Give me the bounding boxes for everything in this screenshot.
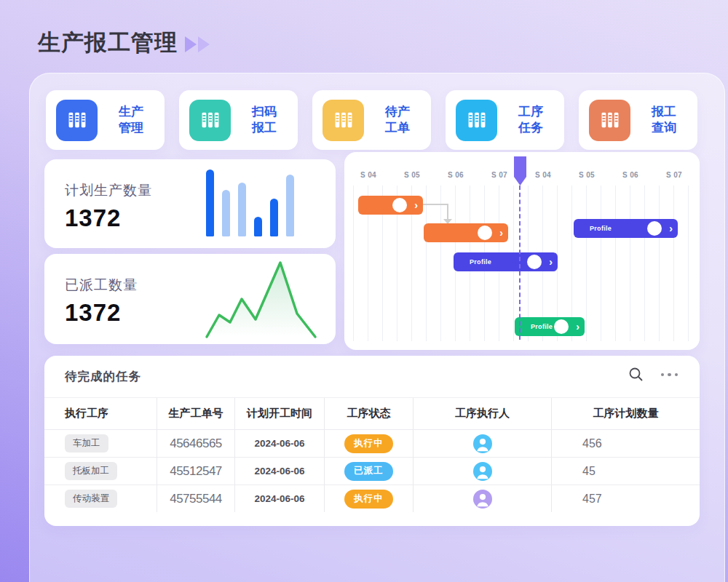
gantt-task-bar[interactable]: Profile› [574, 219, 678, 238]
gantt-tick-label: S 04 [352, 171, 384, 179]
gantt-today-line [519, 186, 521, 340]
nav-process-tasks[interactable]: 工序任务 [446, 90, 564, 150]
books-icon [56, 100, 98, 141]
gantt-bar-handle[interactable] [647, 221, 662, 236]
gantt-bar-handle[interactable] [554, 319, 569, 334]
nav-label: 待产 [385, 105, 410, 119]
start-date-cell: 2024-06-06 [235, 485, 325, 512]
chevron-right-icon: › [499, 223, 503, 242]
planned-quantity-label: 计划生产数量 [65, 181, 152, 200]
main-panel: 生产管理 扫码报工 待产工单 工序任务 [29, 73, 725, 582]
gantt-tick-label: S 07 [658, 171, 690, 179]
nav-production-management[interactable]: 生产管理 [46, 90, 165, 150]
gantt-connector [423, 204, 448, 205]
gantt-bar-label: Profile [590, 225, 612, 232]
bar-chart-bar [238, 183, 246, 236]
process-cell: 传动装置 [44, 485, 157, 512]
nav-label: 工序 [518, 105, 543, 119]
gantt-tick-label: S 07 [483, 171, 515, 179]
table-column-header: 生产工单号 [157, 398, 235, 429]
order-no-cell: 45755544 [157, 485, 235, 512]
tasks-table: 执行工序生产工单号计划开工时间工序状态工序执行人工序计划数量车加工4564656… [44, 397, 700, 512]
gantt-task-bar[interactable]: › [424, 223, 508, 242]
nav-report-query[interactable]: 报工查询 [579, 90, 697, 150]
bar-chart-bar [286, 175, 294, 236]
gantt-today-marker-icon [514, 156, 526, 186]
table-column-header: 工序计划数量 [552, 398, 700, 429]
status-badge: 执行中 [344, 434, 393, 453]
process-pill: 托板加工 [65, 462, 117, 480]
planned-qty-cell: 457 [552, 485, 700, 512]
bar-chart-bar [222, 190, 230, 236]
chevron-right-icon: › [669, 219, 673, 238]
table-column-header: 执行工序 [44, 398, 157, 429]
gantt-card: S 04S 05S 06S 07S 04S 05S 06S 07 ››Profi… [344, 152, 700, 350]
status-badge: 执行中 [344, 490, 393, 509]
nav-label: 报工 [652, 105, 676, 119]
gantt-tick-label: S 06 [440, 171, 472, 179]
order-no-cell: 45646565 [157, 429, 235, 457]
tasks-card: 待完成的任务 执行工序生产工单号计划开工时间工序状态工序执行人工序计划数量车加工… [44, 356, 700, 526]
dispatched-line-chart [205, 257, 321, 341]
page-title: 生产报工管理 [38, 28, 211, 58]
order-no-cell: 45512547 [157, 457, 235, 485]
gantt-bar-handle[interactable] [527, 255, 542, 269]
books-icon-glyph [66, 108, 89, 132]
executor-cell [414, 457, 552, 485]
gantt-task-bar[interactable]: › [358, 196, 423, 215]
page-title-text: 生产报工管理 [38, 30, 178, 55]
start-date-cell: 2024-06-06 [235, 429, 325, 457]
planned-qty-cell: 456 [552, 429, 700, 457]
status-cell: 已派工 [325, 457, 414, 485]
avatar[interactable] [473, 462, 492, 481]
dispatched-quantity-label: 已派工数量 [65, 276, 138, 295]
books-icon-glyph [465, 108, 488, 132]
planned-bar-chart [206, 170, 294, 236]
gantt-tick-label: S 04 [527, 171, 559, 179]
gantt-bar-label: Profile [531, 323, 553, 330]
gantt-bar-handle[interactable] [478, 226, 492, 240]
gantt-task-bar[interactable]: Profile› [515, 317, 585, 336]
bar-chart-bar [206, 170, 214, 236]
nav-scan-report[interactable]: 扫码报工 [179, 90, 298, 150]
planned-quantity-card: 计划生产数量 1372 [44, 159, 336, 248]
chevron-right-icon: › [549, 252, 553, 271]
nav-label: 生产 [119, 105, 143, 119]
tasks-title: 待完成的任务 [65, 369, 141, 385]
table-column-header: 计划开工时间 [235, 398, 325, 429]
books-icon-glyph [598, 108, 622, 132]
books-icon [323, 100, 364, 141]
dispatched-quantity-card: 已派工数量 1372 [44, 254, 336, 344]
gantt-connector [447, 204, 448, 220]
user-avatar-icon [473, 462, 492, 481]
status-cell: 执行中 [325, 485, 414, 512]
process-pill: 车加工 [65, 434, 108, 453]
gantt-tick-label: S 05 [396, 171, 428, 179]
avatar[interactable] [473, 490, 492, 509]
dispatched-quantity-value: 1372 [65, 299, 121, 327]
books-icon [456, 100, 497, 141]
books-icon-glyph [199, 108, 222, 132]
bar-chart-bar [270, 199, 278, 236]
books-icon [589, 100, 630, 141]
books-icon-glyph [332, 108, 355, 132]
table-column-header: 工序执行人 [414, 398, 552, 429]
gantt-bar-handle[interactable] [392, 198, 407, 212]
executor-cell [414, 429, 552, 457]
user-avatar-icon [473, 434, 492, 453]
nav-pending-orders[interactable]: 待产工单 [312, 90, 431, 150]
gantt-task-bar[interactable]: Profile› [454, 252, 558, 271]
search-icon[interactable] [628, 366, 645, 383]
more-options-icon[interactable] [658, 370, 681, 380]
table-column-header: 工序状态 [325, 398, 414, 429]
process-cell: 车加工 [44, 429, 157, 457]
executor-cell [414, 485, 552, 512]
status-cell: 执行中 [325, 429, 414, 457]
chevron-right-icon: › [414, 196, 418, 215]
books-icon [189, 100, 231, 141]
avatar[interactable] [473, 434, 492, 453]
gantt-tick-label: S 05 [571, 171, 603, 179]
start-date-cell: 2024-06-06 [235, 457, 325, 485]
gantt-bar-label: Profile [470, 258, 491, 266]
status-badge: 已派工 [344, 462, 393, 481]
